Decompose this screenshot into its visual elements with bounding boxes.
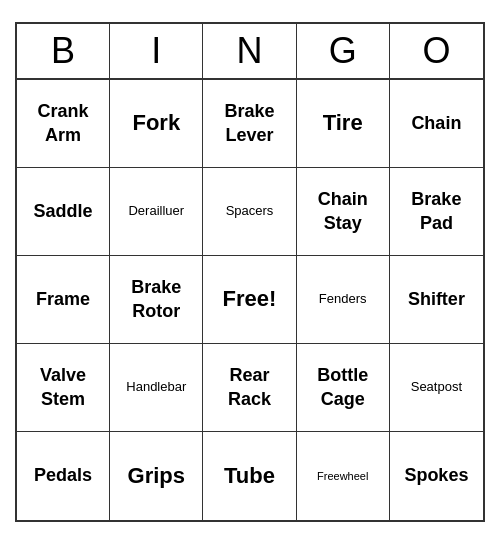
bingo-cell-13[interactable]: Fenders (297, 256, 390, 344)
bingo-cell-2[interactable]: Brake Lever (203, 80, 296, 168)
bingo-cell-text-11: Brake Rotor (116, 276, 196, 323)
bingo-cell-1[interactable]: Fork (110, 80, 203, 168)
bingo-cell-20[interactable]: Pedals (17, 432, 110, 520)
bingo-cell-15[interactable]: Valve Stem (17, 344, 110, 432)
bingo-cell-5[interactable]: Saddle (17, 168, 110, 256)
bingo-cell-text-5: Saddle (34, 200, 93, 223)
header-letter-o: O (390, 24, 483, 78)
bingo-header: BINGO (17, 24, 483, 80)
bingo-cell-text-3: Tire (323, 109, 363, 138)
bingo-cell-14[interactable]: Shifter (390, 256, 483, 344)
bingo-cell-text-21: Grips (128, 462, 185, 491)
bingo-cell-text-15: Valve Stem (23, 364, 103, 411)
bingo-cell-text-23: Freewheel (317, 469, 368, 483)
bingo-cell-11[interactable]: Brake Rotor (110, 256, 203, 344)
bingo-cell-text-7: Spacers (226, 203, 274, 220)
bingo-cell-4[interactable]: Chain (390, 80, 483, 168)
bingo-cell-18[interactable]: Bottle Cage (297, 344, 390, 432)
bingo-cell-text-10: Frame (36, 288, 90, 311)
bingo-cell-text-6: Derailluer (128, 203, 184, 220)
bingo-cell-text-18: Bottle Cage (303, 364, 383, 411)
bingo-cell-22[interactable]: Tube (203, 432, 296, 520)
bingo-cell-text-14: Shifter (408, 288, 465, 311)
bingo-cell-21[interactable]: Grips (110, 432, 203, 520)
bingo-cell-text-0: Crank Arm (23, 100, 103, 147)
bingo-cell-text-17: Rear Rack (209, 364, 289, 411)
bingo-cell-text-19: Seatpost (411, 379, 462, 396)
header-letter-i: I (110, 24, 203, 78)
bingo-cell-text-22: Tube (224, 462, 275, 491)
bingo-cell-text-2: Brake Lever (209, 100, 289, 147)
bingo-cell-0[interactable]: Crank Arm (17, 80, 110, 168)
bingo-cell-16[interactable]: Handlebar (110, 344, 203, 432)
bingo-cell-text-16: Handlebar (126, 379, 186, 396)
bingo-cell-text-24: Spokes (404, 464, 468, 487)
bingo-cell-8[interactable]: Chain Stay (297, 168, 390, 256)
bingo-cell-24[interactable]: Spokes (390, 432, 483, 520)
bingo-cell-10[interactable]: Frame (17, 256, 110, 344)
bingo-cell-text-1: Fork (132, 109, 180, 138)
bingo-cell-text-9: Brake Pad (396, 188, 477, 235)
bingo-cell-19[interactable]: Seatpost (390, 344, 483, 432)
bingo-cell-text-12: Free! (223, 285, 277, 314)
header-letter-n: N (203, 24, 296, 78)
bingo-cell-text-4: Chain (411, 112, 461, 135)
bingo-cell-text-8: Chain Stay (303, 188, 383, 235)
bingo-cell-17[interactable]: Rear Rack (203, 344, 296, 432)
header-letter-b: B (17, 24, 110, 78)
bingo-card: BINGO Crank ArmForkBrake LeverTireChainS… (15, 22, 485, 522)
bingo-cell-3[interactable]: Tire (297, 80, 390, 168)
header-letter-g: G (297, 24, 390, 78)
bingo-cell-12[interactable]: Free! (203, 256, 296, 344)
bingo-cell-23[interactable]: Freewheel (297, 432, 390, 520)
bingo-cell-6[interactable]: Derailluer (110, 168, 203, 256)
bingo-cell-9[interactable]: Brake Pad (390, 168, 483, 256)
bingo-cell-text-13: Fenders (319, 291, 367, 308)
bingo-grid: Crank ArmForkBrake LeverTireChainSaddleD… (17, 80, 483, 520)
bingo-cell-text-20: Pedals (34, 464, 92, 487)
bingo-cell-7[interactable]: Spacers (203, 168, 296, 256)
